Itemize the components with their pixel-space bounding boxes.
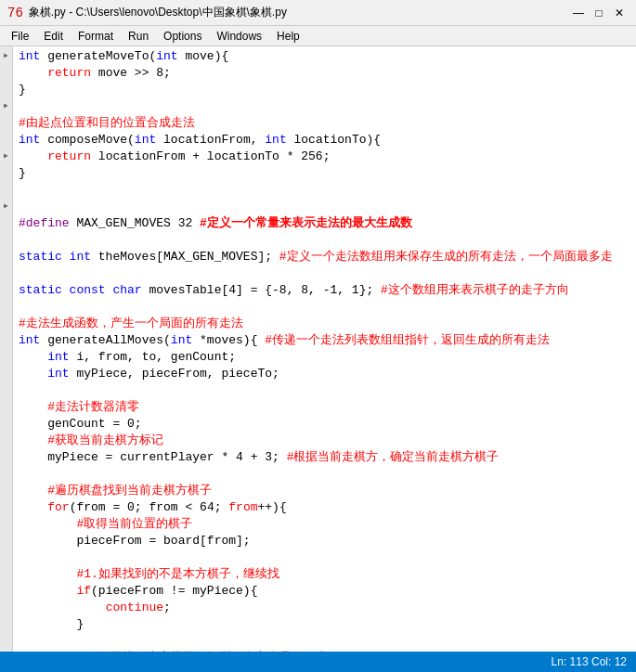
window-title: 象棋.py - C:\Users\lenovo\Desktop\中国象棋\象棋.… (29, 5, 287, 20)
gutter-fold-2 (0, 63, 13, 80)
editor-area: ▶ ▶ ▶ ▶ int generateMoveTo(int move){ re… (0, 46, 636, 652)
maximize-button[interactable]: □ (590, 4, 608, 22)
menu-help[interactable]: Help (269, 26, 307, 45)
code-content: int generateMoveTo(int move){ return mov… (13, 46, 636, 652)
menu-options[interactable]: Options (156, 26, 209, 45)
minimize-button[interactable]: — (569, 4, 588, 22)
gutter-fold-8 (0, 163, 13, 180)
cursor-position: Ln: 113 Col: 12 (552, 655, 627, 668)
app-icon: 76 (7, 6, 23, 20)
menu-run[interactable]: Run (121, 26, 156, 45)
code-scroll[interactable]: int generateMoveTo(int move){ return mov… (13, 46, 636, 652)
gutter-fold-6 (0, 130, 13, 147)
menu-edit[interactable]: Edit (36, 26, 71, 45)
gutter-fold-5 (0, 113, 13, 130)
gutter-fold-4: ▶ (0, 97, 13, 113)
title-left: 76 象棋.py - C:\Users\lenovo\Desktop\中国象棋\… (7, 5, 287, 20)
gutter-fold-9 (0, 180, 13, 197)
title-bar: 76 象棋.py - C:\Users\lenovo\Desktop\中国象棋\… (0, 0, 636, 26)
gutter-fold-1: ▶ (0, 46, 13, 63)
left-gutter: ▶ ▶ ▶ ▶ (0, 46, 13, 652)
gutter-fold-3 (0, 80, 13, 97)
menu-format[interactable]: Format (71, 26, 121, 45)
menu-bar: File Edit Format Run Options Windows Hel… (0, 26, 636, 46)
status-bar: Ln: 113 Col: 12 (0, 652, 636, 672)
close-button[interactable]: ✕ (610, 4, 629, 22)
gutter-fold-10: ▶ (0, 197, 13, 213)
menu-windows[interactable]: Windows (209, 26, 269, 45)
gutter-fold-7: ▶ (0, 147, 13, 163)
menu-file[interactable]: File (4, 26, 36, 45)
window-controls: — □ ✕ (569, 4, 629, 22)
